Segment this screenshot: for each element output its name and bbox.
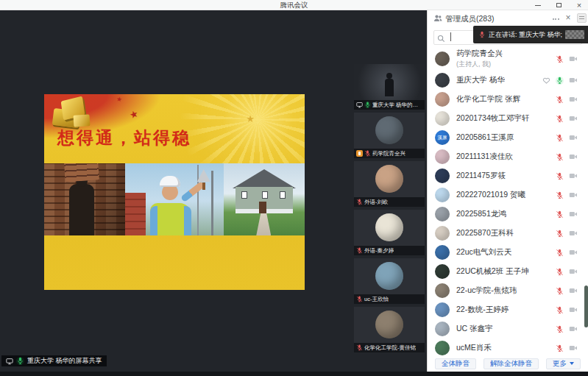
camera-icon[interactable] <box>569 286 578 295</box>
member-name: 20211131凌佳欣 <box>456 152 513 162</box>
member-role: (主持人, 我) <box>456 60 503 69</box>
camera-icon[interactable] <box>569 210 578 219</box>
more-button[interactable]: 更多 <box>546 358 581 369</box>
camera-icon[interactable] <box>569 344 578 352</box>
participant-avatar <box>375 116 403 144</box>
thumbnail-label: 药学院青全兴 <box>372 150 405 157</box>
member-avatar <box>435 169 450 183</box>
member-row[interactable]: 化学化工学院 张辉 <box>428 90 588 109</box>
panel-more-button[interactable] <box>550 13 562 25</box>
member-row[interactable]: 202227021019 贺曦 <box>428 185 588 205</box>
member-avatar <box>435 322 450 336</box>
member-row[interactable]: 22-数统-王婷婷 <box>428 300 588 319</box>
thumbnail-label: 化学化工学院-黄佳铭 <box>364 344 416 352</box>
member-name: 22-数统-王婷婷 <box>456 305 509 315</box>
camera-icon[interactable] <box>569 229 578 238</box>
member-row[interactable]: 22uc电气刘云天 <box>428 243 588 262</box>
minimize-button[interactable] <box>534 1 542 10</box>
mic-icon[interactable] <box>556 306 564 314</box>
member-row[interactable]: ucME肖禾 <box>428 338 588 358</box>
camera-icon[interactable] <box>569 133 578 142</box>
camera-icon[interactable] <box>569 267 578 276</box>
camera-icon[interactable] <box>569 248 578 257</box>
member-name: 20205861王溪原 <box>456 132 514 143</box>
member-row[interactable]: 20211131凌佳欣 <box>428 147 588 166</box>
unmute-all-button[interactable]: 解除全体静音 <box>483 358 539 369</box>
mic-icon[interactable] <box>556 268 564 276</box>
video-thumbnail[interactable]: 化学化工学院-黄佳铭 <box>354 307 425 352</box>
mic-icon[interactable] <box>556 191 564 199</box>
member-row[interactable]: 重庆大学 杨华 <box>428 71 588 90</box>
mic-icon[interactable] <box>556 153 564 161</box>
mic-icon[interactable] <box>556 172 564 180</box>
video-thumbnail[interactable]: uc-王欣怡 <box>354 258 425 304</box>
mic-icon[interactable] <box>556 96 564 104</box>
mic-icon[interactable] <box>556 230 564 238</box>
maximize-button[interactable] <box>554 1 563 10</box>
mic-icon[interactable] <box>556 287 564 295</box>
mic-icon <box>356 344 363 351</box>
camera-icon[interactable] <box>569 114 578 123</box>
window-bottom-edge <box>0 372 588 376</box>
thumbnail-label-bar: 药学院青全兴 <box>354 149 425 158</box>
thumbnail-label: 外语-秦夕婷 <box>364 247 394 255</box>
camera-icon[interactable] <box>569 324 578 333</box>
video-thumbnail[interactable]: 药学院青全兴 <box>354 113 425 158</box>
camera-icon[interactable] <box>569 152 578 161</box>
screen-share-icon <box>356 102 363 108</box>
member-row[interactable]: 20225870王科科 <box>428 224 588 243</box>
camera-icon[interactable] <box>569 171 578 180</box>
panel-collapse-button[interactable] <box>577 13 587 23</box>
member-name: 22-uc学院-焦炫玮 <box>456 285 517 296</box>
participant-avatar <box>375 311 403 338</box>
mic-icon[interactable] <box>556 134 564 142</box>
mute-all-button[interactable]: 全体静音 <box>435 358 476 369</box>
scrollbar-thumb[interactable] <box>584 285 588 327</box>
mic-icon[interactable] <box>556 55 564 63</box>
mic-icon <box>364 150 371 157</box>
member-name: 22uc电气刘云天 <box>456 247 511 258</box>
member-row[interactable]: UC 张鑫宇 <box>428 319 588 338</box>
mic-icon[interactable] <box>556 249 564 257</box>
panel-close-button[interactable]: × <box>563 13 573 23</box>
thumbnail-label: uc-王欣怡 <box>364 296 389 303</box>
member-row[interactable]: 20211475罗筱 <box>428 166 588 185</box>
member-row[interactable]: 20225851龙鸿 <box>428 205 588 224</box>
mic-icon <box>356 247 363 254</box>
member-avatar <box>435 341 450 355</box>
member-avatar <box>435 302 450 317</box>
panel-footer: 全体静音 解除全体静音 更多 <box>428 357 588 370</box>
video-thumbnail[interactable]: 外语-秦夕婷 <box>354 210 425 255</box>
red-star-icon: ★ <box>128 108 140 121</box>
photo-house <box>224 163 305 235</box>
video-thumbnail[interactable]: 重庆大学 杨华的屏幕... <box>354 64 425 110</box>
mic-icon[interactable] <box>556 115 564 123</box>
share-indicator-text: 重庆大学 杨华的屏幕共享 <box>27 356 102 366</box>
member-row[interactable]: 溪原 20205861王溪原 <box>428 128 588 147</box>
mic-icon[interactable] <box>556 344 564 352</box>
member-avatar: 溪原 <box>435 130 450 145</box>
title-bar: 腾讯会议 × <box>0 0 588 10</box>
camera-icon[interactable] <box>569 305 578 314</box>
close-button[interactable]: × <box>575 1 584 10</box>
member-row[interactable]: 22-uc学院-焦炫玮 <box>428 281 588 300</box>
member-row[interactable]: 22UC机械2班 王子坤 <box>428 262 588 281</box>
camera-icon[interactable] <box>569 76 578 85</box>
member-list: 药学院青全兴 (主持人, 我) <box>428 47 588 358</box>
minimize-icon <box>535 5 541 6</box>
camera-icon[interactable] <box>569 191 578 199</box>
mic-icon[interactable] <box>556 325 564 333</box>
mic-icon <box>478 31 486 38</box>
camera-icon[interactable] <box>569 54 578 63</box>
member-avatar <box>435 111 450 126</box>
video-thumbnail[interactable]: 外语-刘欧 <box>354 161 425 207</box>
member-row[interactable]: 20201734牧工邓宇轩 <box>428 109 588 128</box>
mic-icon[interactable] <box>556 77 564 85</box>
member-row[interactable]: 药学院青全兴 (主持人, 我) <box>428 47 588 71</box>
camera-icon[interactable] <box>569 95 578 104</box>
mic-icon[interactable] <box>556 210 564 219</box>
member-name: 20211475罗筱 <box>456 171 506 181</box>
shared-slide: ★ ★ ★ 想得通，站得稳 <box>44 94 305 290</box>
member-avatar <box>435 207 450 221</box>
member-avatar <box>435 73 450 88</box>
